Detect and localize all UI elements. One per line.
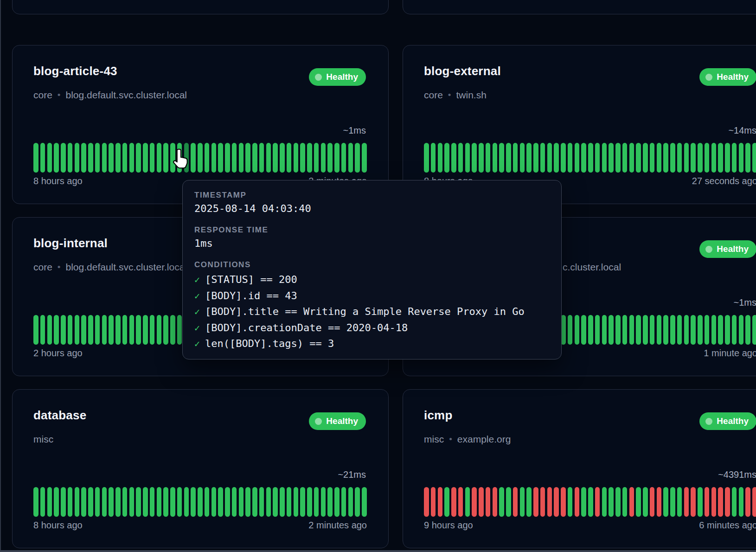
uptime-bar[interactable] — [554, 487, 559, 517]
uptime-bar[interactable] — [95, 143, 100, 173]
uptime-bar[interactable] — [122, 315, 128, 345]
uptime-bar[interactable] — [33, 143, 38, 173]
uptime-bar[interactable] — [711, 487, 717, 517]
uptime-bar[interactable] — [81, 487, 86, 517]
uptime-bar[interactable] — [136, 143, 141, 173]
uptime-bar[interactable] — [314, 487, 319, 517]
uptime-bar[interactable] — [629, 315, 634, 345]
uptime-bar[interactable] — [465, 143, 470, 173]
uptime-bar[interactable] — [75, 487, 80, 517]
uptime-bar[interactable] — [115, 315, 121, 345]
uptime-bar[interactable] — [718, 315, 723, 345]
uptime-bar[interactable] — [266, 487, 271, 517]
uptime-bar[interactable] — [595, 487, 600, 517]
uptime-bar[interactable] — [239, 143, 244, 173]
uptime-bar[interactable] — [458, 143, 463, 173]
uptime-bar[interactable] — [739, 487, 744, 517]
uptime-bar[interactable] — [444, 487, 449, 517]
uptime-bar[interactable] — [677, 143, 682, 173]
uptime-bar[interactable] — [691, 315, 696, 345]
uptime-bar[interactable] — [752, 143, 756, 173]
uptime-bar[interactable] — [143, 143, 148, 173]
uptime-bar[interactable] — [513, 143, 518, 173]
uptime-bar[interactable] — [561, 487, 566, 517]
uptime-bar[interactable] — [198, 487, 203, 517]
uptime-bar[interactable] — [602, 143, 607, 173]
uptime-bar[interactable] — [732, 143, 737, 173]
uptime-bar[interactable] — [615, 315, 621, 345]
uptime-bar[interactable] — [663, 143, 668, 173]
uptime-bar[interactable] — [273, 487, 278, 517]
uptime-bar[interactable] — [745, 315, 750, 345]
uptime-bar[interactable] — [725, 315, 730, 345]
uptime-bar[interactable] — [266, 143, 271, 173]
uptime-bar[interactable] — [526, 143, 532, 173]
uptime-bar[interactable] — [540, 487, 545, 517]
uptime-bar[interactable] — [506, 487, 511, 517]
uptime-bar[interactable] — [533, 487, 538, 517]
uptime-bar[interactable] — [581, 487, 586, 517]
uptime-bar[interactable] — [493, 143, 498, 173]
uptime-bar[interactable] — [355, 487, 360, 517]
uptime-bar[interactable] — [568, 315, 573, 345]
uptime-bar[interactable] — [232, 487, 237, 517]
uptime-bar[interactable] — [157, 143, 162, 173]
uptime-bar[interactable] — [102, 143, 107, 173]
uptime-bar[interactable] — [588, 315, 593, 345]
uptime-bar[interactable] — [163, 143, 168, 173]
uptime-bar[interactable] — [109, 143, 114, 173]
uptime-bar[interactable] — [499, 487, 504, 517]
uptime-bar[interactable] — [684, 315, 689, 345]
uptime-bar[interactable] — [643, 143, 648, 173]
uptime-bar[interactable] — [259, 143, 264, 173]
uptime-bar[interactable] — [225, 143, 230, 173]
uptime-bar[interactable] — [68, 487, 73, 517]
uptime-bar[interactable] — [88, 315, 93, 345]
uptime-bar[interactable] — [650, 315, 655, 345]
uptime-bar[interactable] — [533, 143, 538, 173]
uptime-bar[interactable] — [602, 487, 607, 517]
uptime-bar[interactable] — [205, 143, 210, 173]
uptime-bar[interactable] — [307, 487, 312, 517]
uptime-bar[interactable] — [595, 143, 600, 173]
uptime-bar[interactable] — [636, 143, 641, 173]
uptime-bar[interactable] — [677, 487, 682, 517]
uptime-bar[interactable] — [657, 487, 662, 517]
uptime-bar[interactable] — [657, 143, 662, 173]
uptime-bar[interactable] — [136, 487, 141, 517]
uptime-bar[interactable] — [150, 487, 155, 517]
uptime-bar[interactable] — [177, 487, 182, 517]
uptime-bar[interactable] — [451, 143, 456, 173]
uptime-bar[interactable] — [47, 315, 52, 345]
uptime-bar[interactable] — [81, 315, 86, 345]
uptime-bar[interactable] — [670, 315, 675, 345]
uptime-bar[interactable] — [47, 143, 52, 173]
uptime-bar[interactable] — [170, 143, 175, 173]
uptime-bar[interactable] — [663, 487, 668, 517]
uptime-bar[interactable] — [143, 315, 148, 345]
uptime-bar[interactable] — [157, 315, 162, 345]
uptime-bar[interactable] — [698, 315, 703, 345]
uptime-bar[interactable] — [588, 143, 593, 173]
uptime-bar[interactable] — [54, 487, 59, 517]
uptime-bar[interactable] — [362, 487, 367, 517]
uptime-bar[interactable] — [40, 315, 45, 345]
uptime-bar[interactable] — [725, 143, 730, 173]
uptime-bar[interactable] — [245, 487, 250, 517]
uptime-bar[interactable] — [493, 487, 498, 517]
uptime-bar[interactable] — [520, 143, 525, 173]
uptime-bar[interactable] — [252, 143, 257, 173]
uptime-bar[interactable] — [705, 487, 710, 517]
uptime-bar[interactable] — [438, 143, 443, 173]
uptime-bar[interactable] — [273, 143, 278, 173]
uptime-bar[interactable] — [554, 143, 559, 173]
uptime-bar[interactable] — [177, 315, 182, 345]
uptime-bar[interactable] — [513, 487, 518, 517]
uptime-bar[interactable] — [61, 315, 66, 345]
uptime-bar[interactable] — [636, 487, 641, 517]
uptime-bar[interactable] — [88, 143, 93, 173]
uptime-bar[interactable] — [486, 143, 491, 173]
uptime-bar[interactable] — [327, 487, 333, 517]
uptime-bar[interactable] — [575, 487, 580, 517]
uptime-bar[interactable] — [424, 487, 429, 517]
